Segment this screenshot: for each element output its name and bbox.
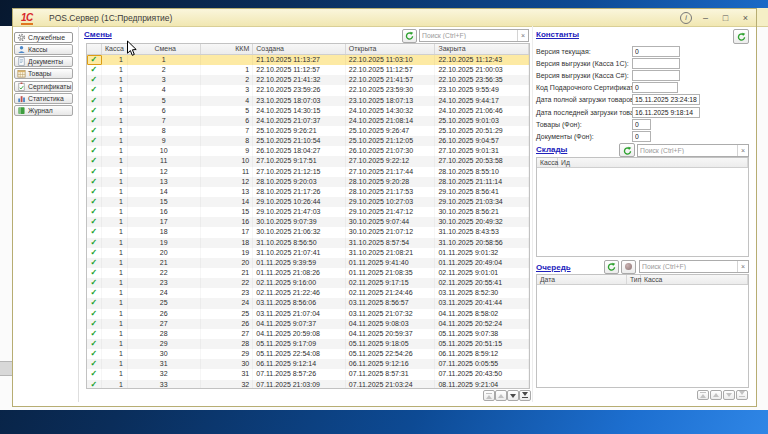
maximize-button[interactable]: □	[719, 12, 732, 24]
warehouses-refresh-button[interactable]	[619, 143, 635, 157]
cell-created[interactable]: 04.11.2025 20:59:08	[253, 329, 346, 339]
cell-kassa[interactable]: 1	[102, 278, 128, 288]
table-row[interactable]: ✓1272604.11.2025 9:07:3704.11.2025 9:08:…	[87, 319, 529, 329]
cell-opened[interactable]: 27.10.2025 9:22:12	[346, 156, 436, 166]
cell-opened[interactable]: 31.10.2025 8:57:54	[346, 238, 436, 248]
row-check-cell[interactable]: ✓	[87, 136, 102, 146]
cell-smena[interactable]: 13	[128, 177, 201, 187]
cell-smena[interactable]: 15	[128, 197, 201, 207]
table-row[interactable]: ✓12122.10.2025 11:12:5722.10.2025 11:12:…	[87, 65, 529, 75]
cell-smena[interactable]: 18	[128, 227, 201, 237]
table-row[interactable]: ✓1282704.11.2025 20:59:0804.11.2025 20:5…	[87, 329, 529, 339]
table-row[interactable]: ✓1141328.10.2025 21:17:2628.10.2025 21:1…	[87, 187, 529, 197]
cell-kkm[interactable]: 16	[201, 217, 254, 227]
cell-created[interactable]: 30.10.2025 9:07:39	[253, 217, 346, 227]
cell-kassa[interactable]: 1	[102, 75, 128, 85]
cell-opened[interactable]: 30.10.2025 21:07:12	[346, 227, 436, 237]
cell-opened[interactable]: 22.10.2025 21:41:57	[346, 75, 436, 85]
cell-opened[interactable]: 04.11.2025 20:59:37	[346, 329, 436, 339]
row-check-cell[interactable]: ✓	[87, 359, 102, 369]
table-row[interactable]: ✓1151429.10.2025 10:26:4429.10.2025 10:2…	[87, 197, 529, 207]
table-row[interactable]: ✓1111027.10.2025 9:17:5127.10.2025 9:22:…	[87, 156, 529, 166]
shifts-title[interactable]: Смены	[84, 30, 112, 39]
cell-created[interactable]: 31.10.2025 21:07:41	[253, 248, 346, 258]
cell-smena[interactable]: 31	[128, 359, 201, 369]
cell-created[interactable]: 30.10.2025 21:06:32	[253, 227, 346, 237]
cell-kassa[interactable]: 1	[102, 177, 128, 187]
warehouses-title[interactable]: Склады	[536, 145, 567, 154]
cell-opened[interactable]: 02.11.2025 21:24:46	[346, 288, 436, 298]
cell-closed[interactable]: 22.10.2025 23:56:35	[435, 75, 529, 85]
cell-opened[interactable]: 27.10.2025 21:17:44	[346, 167, 436, 177]
cell-smena[interactable]: 11	[128, 156, 201, 166]
cell-kassa[interactable]: 1	[102, 258, 128, 268]
cell-kkm[interactable]: 30	[201, 359, 254, 369]
cell-smena[interactable]: 16	[128, 207, 201, 217]
cell-closed[interactable]: 26.10.2025 9:04:57	[435, 136, 529, 146]
row-check-cell[interactable]: ✓	[87, 248, 102, 258]
row-check-cell[interactable]: ✓	[87, 207, 102, 217]
cell-opened[interactable]: 07.11.2025 8:57:31	[346, 369, 436, 379]
constants-field-input[interactable]	[632, 46, 680, 57]
minimize-button[interactable]: –	[699, 12, 712, 24]
window-titlebar[interactable]: 1С POS.Сервер (1С:Предприятие) i – □ ×	[13, 9, 756, 27]
constants-title[interactable]: Константы	[536, 30, 579, 39]
cell-created[interactable]: 07.11.2025 21:03:09	[253, 380, 346, 390]
row-check-cell[interactable]: ✓	[87, 187, 102, 197]
row-check-cell[interactable]: ✓	[87, 116, 102, 126]
cell-opened[interactable]: 01.11.2025 9:41:40	[346, 258, 436, 268]
constants-field-input[interactable]	[632, 119, 651, 130]
sidebar-item-cashbox[interactable]: Кассы	[14, 44, 73, 55]
cell-opened[interactable]: 24.10.2025 14:30:32	[346, 106, 436, 116]
cell-smena[interactable]: 7	[128, 116, 201, 126]
cell-smena[interactable]: 22	[128, 268, 201, 278]
cell-kkm[interactable]: 2	[201, 75, 254, 85]
cell-closed[interactable]: 07.11.2025 0:05:55	[435, 359, 529, 369]
cell-kassa[interactable]: 1	[102, 156, 128, 166]
cell-created[interactable]: 01.11.2025 9:39:59	[253, 258, 346, 268]
row-check-cell[interactable]: ✓	[87, 238, 102, 248]
row-check-cell[interactable]: ✓	[87, 126, 102, 136]
cell-kkm[interactable]: 23	[201, 288, 254, 298]
cell-created[interactable]: 05.11.2025 22:54:08	[253, 349, 346, 359]
cell-kkm[interactable]: 18	[201, 238, 254, 248]
table-row[interactable]: ✓14322.10.2025 23:59:2622.10.2025 23:59:…	[87, 85, 529, 95]
column-header-0[interactable]: Дата	[537, 275, 627, 284]
cell-opened[interactable]: 05.11.2025 22:54:26	[346, 349, 436, 359]
cell-kassa[interactable]: 1	[102, 126, 128, 136]
cell-closed[interactable]: 27.10.2025 9:01:31	[435, 146, 529, 156]
cell-opened[interactable]: 24.10.2025 21:08:14	[346, 116, 436, 126]
cell-created[interactable]: 29.10.2025 10:26:44	[253, 197, 346, 207]
cell-closed[interactable]: 24.10.2025 21:06:46	[435, 106, 529, 116]
cell-closed[interactable]: 22.10.2025 21:00:03	[435, 65, 529, 75]
row-check-cell[interactable]: ✓	[87, 339, 102, 349]
cell-kassa[interactable]: 1	[102, 106, 128, 116]
table-row[interactable]: ✓15423.10.2025 18:07:0323.10.2025 18:07:…	[87, 96, 529, 106]
column-header-opened[interactable]: Открыта	[346, 44, 436, 54]
cell-created[interactable]: 22.10.2025 21:41:32	[253, 75, 346, 85]
cell-opened[interactable]: 04.11.2025 9:08:03	[346, 319, 436, 329]
cell-kassa[interactable]: 1	[102, 339, 128, 349]
cell-kassa[interactable]: 1	[102, 146, 128, 156]
cell-kkm[interactable]: 4	[201, 96, 254, 106]
table-row[interactable]: ✓1161529.10.2025 21:47:0329.10.2025 21:4…	[87, 207, 529, 217]
cell-smena[interactable]: 4	[128, 85, 201, 95]
sidebar-item-gear[interactable]: Служебные	[14, 32, 73, 43]
cell-kkm[interactable]: 31	[201, 369, 254, 379]
cell-closed[interactable]: 31.10.2025 8:43:53	[435, 227, 529, 237]
cell-kkm[interactable]: 9	[201, 146, 254, 156]
table-row[interactable]: ✓1262503.11.2025 21:07:0403.11.2025 21:0…	[87, 309, 529, 319]
table-row[interactable]: ✓1171630.10.2025 9:07:3930.10.2025 9:07:…	[87, 217, 529, 227]
column-header-1[interactable]: Тип	[627, 275, 641, 284]
cell-kassa[interactable]: 1	[102, 298, 128, 308]
cell-created[interactable]: 27.10.2025 9:17:51	[253, 156, 346, 166]
cell-smena[interactable]: 6	[128, 106, 201, 116]
cell-smena[interactable]: 28	[128, 329, 201, 339]
cell-kkm[interactable]: 12	[201, 177, 254, 187]
constants-field-input[interactable]	[632, 58, 680, 69]
queue-title[interactable]: Очередь	[536, 263, 571, 272]
shifts-search-input[interactable]	[420, 30, 517, 41]
cell-kkm[interactable]: 24	[201, 298, 254, 308]
cell-closed[interactable]: 29.10.2025 21:03:34	[435, 197, 529, 207]
row-check-cell[interactable]: ✓	[87, 309, 102, 319]
